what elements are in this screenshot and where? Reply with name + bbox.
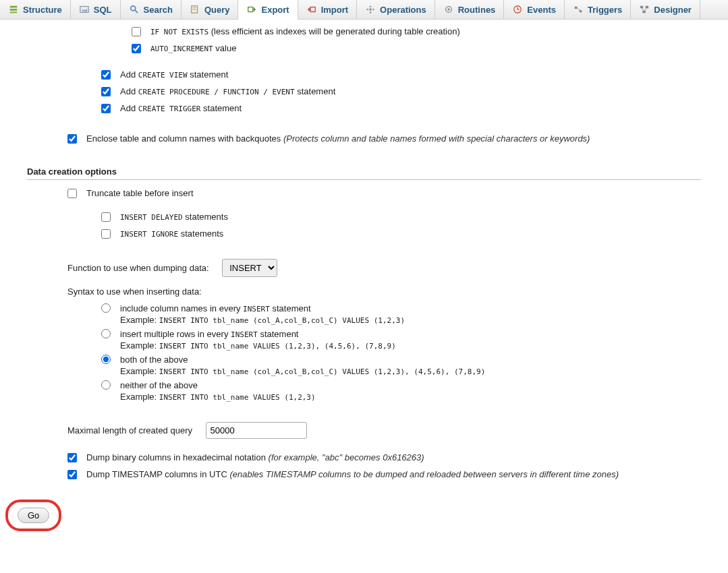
create-procedure-label: Add CREATE PROCEDURE / FUNCTION / EVENT … [120, 86, 335, 96]
create-trigger-label: Add CREATE TRIGGER statement [120, 103, 242, 113]
enclose-backquotes-label: Enclose table and column names with back… [86, 133, 590, 144]
top-tabs: Structure sql SQL Search Query Export Im… [0, 0, 728, 20]
create-procedure-checkbox[interactable] [101, 87, 111, 96]
tab-events[interactable]: Events [504, 0, 565, 19]
query-icon [190, 4, 200, 15]
syntax-both-radio[interactable] [101, 355, 111, 364]
truncate-label: Truncate table before insert [86, 188, 194, 198]
go-button[interactable]: Go [18, 508, 49, 523]
if-not-exists-checkbox[interactable] [132, 27, 141, 36]
create-trigger-checkbox[interactable] [101, 104, 111, 113]
export-icon [246, 4, 257, 15]
dump-function-select[interactable]: INSERT [222, 259, 277, 277]
svg-rect-22 [646, 6, 648, 9]
hex-label: Dump binary columns in hexadecimal notat… [86, 452, 424, 462]
svg-line-24 [642, 8, 644, 11]
tab-query[interactable]: Query [181, 0, 239, 19]
insert-ignore-label: INSERT IGNORE statements [120, 229, 223, 239]
syntax-multirow-radio[interactable] [101, 329, 111, 338]
tab-routines[interactable]: Routines [435, 0, 505, 19]
syntax-columns-label: include column names in every INSERT sta… [120, 303, 405, 325]
svg-rect-21 [640, 6, 643, 9]
utc-checkbox[interactable] [67, 470, 77, 479]
syntax-both-label: both of the above Example: INSERT INTO t… [120, 355, 485, 376]
svg-text:sql: sql [82, 8, 87, 12]
designer-icon [639, 4, 650, 15]
create-view-label: Add CREATE VIEW statement [120, 69, 228, 80]
enclose-backquotes-checkbox[interactable] [67, 134, 77, 144]
insert-delayed-label: INSERT DELAYED statements [120, 212, 228, 222]
content-area: IF NOT EXISTS (less efficient as indexes… [0, 26, 728, 479]
svg-point-14 [447, 8, 450, 11]
data-creation-header: Data creation options [27, 164, 701, 180]
syntax-label: Syntax to use when inserting data: [67, 286, 202, 297]
tab-search[interactable]: Search [121, 0, 181, 19]
events-icon [512, 4, 523, 15]
svg-rect-0 [10, 6, 18, 8]
create-view-checkbox[interactable] [101, 70, 111, 80]
maxlen-input[interactable] [206, 422, 307, 439]
hex-checkbox[interactable] [67, 453, 77, 462]
insert-delayed-checkbox[interactable] [101, 212, 111, 222]
tab-operations[interactable]: Operations [357, 0, 435, 19]
svg-rect-10 [248, 7, 253, 12]
svg-rect-1 [10, 9, 18, 11]
routines-icon [443, 4, 454, 15]
utc-label: Dump TIMESTAMP columns in UTC (enables T… [86, 469, 619, 479]
svg-line-25 [644, 8, 647, 11]
insert-ignore-checkbox[interactable] [101, 229, 111, 239]
svg-rect-11 [310, 7, 315, 12]
triggers-icon [573, 4, 584, 15]
operations-icon [365, 4, 376, 15]
syntax-neither-radio[interactable] [101, 380, 111, 390]
auto-increment-label: AUTO_INCREMENT value [150, 43, 236, 53]
svg-point-12 [369, 8, 372, 11]
dump-function-label: Function to use when dumping data: [67, 263, 209, 273]
if-not-exists-label: IF NOT EXISTS (less efficient as indexes… [150, 26, 460, 36]
tab-structure[interactable]: Structure [0, 0, 71, 19]
structure-icon [8, 4, 19, 15]
svg-rect-18 [575, 7, 578, 9]
svg-rect-2 [10, 12, 18, 13]
syntax-multirow-label: insert multiple rows in every INSERT sta… [120, 329, 396, 351]
svg-rect-23 [643, 11, 646, 13]
maxlen-label: Maximal length of created query [67, 425, 192, 435]
syntax-neither-label: neither of the above Example: INSERT INT… [120, 380, 316, 402]
tab-triggers[interactable]: Triggers [565, 0, 631, 19]
go-highlight: Go [5, 500, 61, 531]
tab-designer[interactable]: Designer [631, 0, 700, 19]
truncate-checkbox[interactable] [67, 189, 77, 198]
tab-import[interactable]: Import [298, 0, 357, 19]
syntax-columns-radio[interactable] [101, 303, 111, 313]
auto-increment-checkbox[interactable] [132, 44, 141, 53]
tab-export[interactable]: Export [238, 0, 298, 20]
tab-sql[interactable]: sql SQL [71, 0, 121, 19]
import-icon [306, 4, 317, 15]
svg-line-20 [577, 7, 580, 11]
svg-line-6 [134, 10, 137, 13]
search-icon [129, 4, 140, 15]
svg-point-5 [130, 6, 135, 11]
sql-icon: sql [79, 4, 90, 15]
